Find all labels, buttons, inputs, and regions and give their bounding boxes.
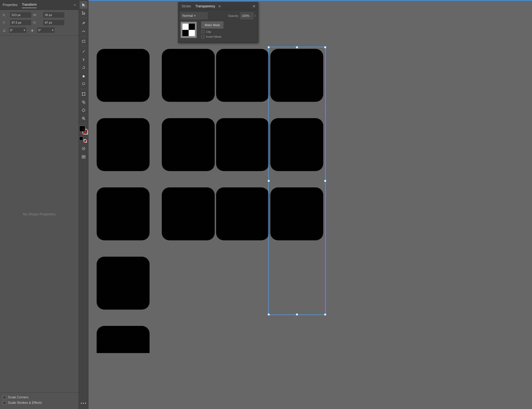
rectangle-tool[interactable] xyxy=(80,37,87,45)
zoom-tool[interactable] xyxy=(80,115,87,122)
invert-mask-checkbox[interactable] xyxy=(201,35,204,38)
handle-tr[interactable] xyxy=(324,46,326,48)
pen-tool[interactable] xyxy=(80,19,87,27)
stroke-tab[interactable]: Stroke xyxy=(180,3,192,9)
float-panel: Stroke Transparency ≡ ✕ Normal ▾ Opacity… xyxy=(178,2,258,43)
opacity-input[interactable] xyxy=(240,12,254,19)
float-panel-close-icon[interactable]: ✕ xyxy=(252,4,256,8)
artboards-panel-tool[interactable] xyxy=(80,153,87,161)
opacity-row: Opacity: › xyxy=(228,12,256,19)
shape-r2c0[interactable] xyxy=(97,187,150,240)
separator-1 xyxy=(80,18,87,18)
handle-ml[interactable] xyxy=(268,180,270,182)
shapes-container xyxy=(94,49,532,409)
artboard-tool[interactable] xyxy=(80,106,87,114)
separator-4 xyxy=(80,89,87,89)
svg-line-21 xyxy=(84,119,85,120)
shape-r2c2[interactable] xyxy=(216,187,269,240)
shape-r4c0[interactable] xyxy=(97,326,150,353)
direct-select-tool[interactable] xyxy=(80,9,87,17)
symbol-tool[interactable] xyxy=(80,145,87,152)
shape-r0c3[interactable] xyxy=(270,49,323,102)
scale-corners-option: Scale Corners xyxy=(3,395,76,399)
default-stroke[interactable] xyxy=(84,139,87,143)
transparency-thumbnail xyxy=(180,22,197,38)
panel-menu-icon[interactable]: ≡ xyxy=(74,3,76,7)
thumb-cell-2 xyxy=(189,24,195,30)
w-input[interactable] xyxy=(43,12,65,18)
float-panel-menu-icon[interactable]: ≡ xyxy=(218,4,221,8)
thumb-cell-4 xyxy=(189,30,195,36)
svg-rect-12 xyxy=(84,95,85,96)
separator-5 xyxy=(80,123,87,124)
svg-rect-30 xyxy=(84,155,85,157)
svg-rect-11 xyxy=(82,95,83,96)
fill-color[interactable] xyxy=(79,126,85,132)
shape-r0c1[interactable] xyxy=(162,49,215,102)
svg-rect-3 xyxy=(82,40,85,42)
blob-brush-tool[interactable] xyxy=(80,72,87,80)
svg-point-2 xyxy=(84,23,85,23)
shear-dropdown[interactable]: ▾ xyxy=(51,28,55,32)
mask-row: Make Mask Clip Invert Mask xyxy=(180,21,256,38)
svg-point-13 xyxy=(82,101,84,103)
separator-3 xyxy=(80,46,87,46)
scale-corners-checkbox[interactable] xyxy=(3,396,6,399)
make-mask-button[interactable]: Make Mask xyxy=(201,21,223,29)
x-input[interactable] xyxy=(10,12,31,18)
h-input[interactable] xyxy=(43,20,65,26)
scale-strokes-label: Scale Strokes & Effects xyxy=(8,401,42,405)
transparency-tab[interactable]: Transparency xyxy=(194,3,216,9)
shape-r1c2[interactable] xyxy=(216,118,269,171)
shape-r0c2[interactable] xyxy=(216,49,269,102)
shear-icon: ◈ xyxy=(31,28,35,32)
tab-properties[interactable]: Properties xyxy=(3,2,18,8)
angle-input[interactable] xyxy=(9,28,23,32)
clip-label: Clip xyxy=(206,30,211,33)
handle-mr[interactable] xyxy=(324,180,326,182)
thumb-cell-1 xyxy=(182,24,189,30)
handle-tl[interactable] xyxy=(268,46,270,48)
default-fill[interactable] xyxy=(79,137,83,140)
default-colors xyxy=(79,137,88,143)
tab-transform[interactable]: Transform xyxy=(22,2,37,8)
angle-dropdown[interactable]: ▾ xyxy=(23,28,26,32)
shape-r2c3[interactable] xyxy=(270,187,323,240)
handle-bl[interactable] xyxy=(268,313,270,316)
handle-br[interactable] xyxy=(324,313,326,316)
comment-tool[interactable] xyxy=(80,80,87,88)
blend-mode-select[interactable]: Normal ▾ xyxy=(180,12,208,19)
shape-r0c0[interactable] xyxy=(97,49,150,102)
shape-r2c1[interactable] xyxy=(162,187,215,240)
svg-text:T: T xyxy=(83,58,85,61)
shape-r1c1[interactable] xyxy=(162,118,215,171)
shear-input[interactable] xyxy=(37,28,51,32)
blend-select-arrow: ▾ xyxy=(194,14,196,18)
scale-strokes-option: Scale Strokes & Effects xyxy=(3,401,76,405)
select-tool[interactable] xyxy=(80,1,87,9)
shear-input-wrapper: ▾ xyxy=(37,27,55,33)
clip-checkbox[interactable] xyxy=(201,30,204,33)
shape-r3c0[interactable] xyxy=(97,257,150,310)
transform-section: X: W: Y: H: ∠ ▾ ◈ ▾ xyxy=(0,10,78,36)
transform-tool[interactable] xyxy=(80,90,87,98)
thumb-cell-3 xyxy=(182,30,189,36)
shape-builder-tool[interactable] xyxy=(80,98,87,106)
handle-bm[interactable] xyxy=(296,313,298,316)
shape-r1c0[interactable] xyxy=(97,118,150,171)
h-label: H: xyxy=(33,21,41,24)
y-input[interactable] xyxy=(10,20,31,26)
pencil-tool[interactable] xyxy=(80,48,87,55)
rotate-tool[interactable] xyxy=(80,64,87,71)
invert-mask-label: Invert Mask xyxy=(206,35,221,38)
angle-icon: ∠ xyxy=(3,28,7,32)
opacity-expand-arrow[interactable]: › xyxy=(255,14,256,18)
more-tools[interactable]: ••• xyxy=(81,401,86,406)
scale-strokes-checkbox[interactable] xyxy=(3,401,6,405)
scale-options: Scale Corners Scale Strokes & Effects xyxy=(0,392,78,409)
type-tool[interactable]: T xyxy=(80,56,87,63)
handle-tm[interactable] xyxy=(296,46,298,48)
curvature-tool[interactable] xyxy=(80,27,87,35)
invert-mask-option: Invert Mask xyxy=(201,35,223,38)
shape-r1c3[interactable] xyxy=(270,118,323,171)
